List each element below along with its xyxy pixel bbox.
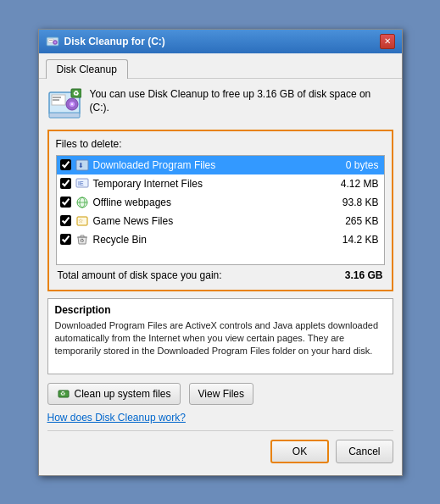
file-name-temp-internet: Temporary Internet Files (93, 178, 337, 190)
header-description: You can use Disk Cleanup to free up 3.16… (90, 87, 393, 116)
total-value: 3.16 GB (345, 269, 383, 281)
svg-rect-8 (53, 99, 59, 101)
close-button[interactable]: ✕ (380, 34, 395, 49)
description-text: Downloaded Program Files are ActiveX con… (55, 319, 386, 358)
svg-text:IE: IE (78, 180, 84, 186)
file-name-game-news: Game News Files (93, 215, 342, 227)
file-checkbox-downloaded[interactable] (60, 159, 71, 170)
svg-text:♻: ♻ (80, 238, 84, 243)
file-item-game-news[interactable]: ☆ Game News Files 265 KB (57, 212, 384, 230)
window-title: Disk Cleanup for (C:) (64, 36, 165, 47)
disk-cleanup-window: Disk Cleanup for (C:) ✕ Disk Cleanup (38, 29, 403, 476)
file-checkbox-temp-internet[interactable] (60, 178, 71, 189)
file-item-downloaded[interactable]: ⬇ Downloaded Program Files 0 bytes (57, 156, 384, 174)
svg-text:♻: ♻ (72, 90, 78, 97)
description-title: Description (55, 304, 386, 316)
file-size-downloaded: 0 bytes (346, 159, 379, 171)
ok-button[interactable]: OK (270, 440, 329, 463)
svg-rect-4 (49, 40, 53, 41)
header-section: ♻ You can use Disk Cleanup to free up 3.… (47, 87, 393, 121)
cancel-button[interactable]: Cancel (336, 440, 393, 463)
description-section: Description Downloaded Program Files are… (47, 298, 393, 374)
disk-cleanup-title-icon (46, 35, 59, 48)
temp-internet-icon: IE (75, 177, 89, 191)
files-list[interactable]: ⬇ Downloaded Program Files 0 bytes IE Te… (56, 155, 385, 265)
disk-cleanup-tab[interactable]: Disk Cleanup (46, 59, 128, 79)
cleanup-icon: ♻ (57, 387, 70, 401)
downloaded-files-icon: ⬇ (75, 158, 89, 172)
title-bar: Disk Cleanup for (C:) ✕ (39, 30, 402, 53)
file-checkbox-game-news[interactable] (60, 215, 71, 226)
file-name-downloaded: Downloaded Program Files (93, 159, 342, 171)
total-row: Total amount of disk space you gain: 3.1… (56, 265, 385, 283)
title-controls: ✕ (380, 34, 395, 49)
main-content: ♻ You can use Disk Cleanup to free up 3.… (39, 79, 402, 475)
view-files-button[interactable]: View Files (189, 383, 253, 405)
offline-pages-icon (75, 196, 89, 209)
file-checkbox-recycle-bin[interactable] (60, 234, 71, 245)
svg-text:⬇: ⬇ (78, 162, 84, 169)
svg-text:☆: ☆ (78, 218, 83, 224)
total-label: Total amount of disk space you gain: (58, 269, 222, 281)
link-section: How does Disk Cleanup work? (47, 412, 393, 424)
bottom-separator (47, 430, 393, 431)
file-size-offline: 93.8 KB (343, 197, 379, 208)
ok-cancel-row: OK Cancel (47, 436, 393, 467)
header-disk-icon: ♻ (47, 87, 81, 121)
game-news-icon: ☆ (75, 214, 89, 228)
file-name-offline: Offline webpages (93, 197, 338, 208)
file-size-game-news: 265 KB (345, 215, 378, 227)
how-disk-cleanup-works-link[interactable]: How does Disk Cleanup work? (47, 412, 186, 424)
file-checkbox-offline[interactable] (60, 197, 71, 208)
svg-point-3 (54, 42, 56, 43)
files-label: Files to delete: (56, 138, 385, 150)
svg-rect-12 (49, 113, 80, 118)
file-item-offline[interactable]: Offline webpages 93.8 KB (57, 193, 384, 212)
file-size-recycle-bin: 14.2 KB (343, 234, 379, 246)
files-section: Files to delete: ⬇ Downloaded Program Fi… (47, 130, 393, 291)
svg-text:♻: ♻ (60, 390, 65, 396)
svg-rect-7 (53, 97, 61, 98)
file-item-temp-internet[interactable]: IE Temporary Internet Files 4.12 MB (57, 174, 384, 193)
file-size-temp-internet: 4.12 MB (341, 178, 379, 190)
title-bar-left: Disk Cleanup for (C:) (46, 35, 165, 48)
file-name-recycle-bin: Recycle Bin (93, 234, 338, 246)
file-item-recycle-bin[interactable]: ♻ Recycle Bin 14.2 KB (57, 230, 384, 249)
tab-bar: Disk Cleanup (39, 53, 402, 79)
cleanup-system-files-button[interactable]: ♻ Clean up system files (47, 383, 181, 405)
svg-point-11 (71, 103, 73, 105)
action-buttons: ♻ Clean up system files View Files (47, 383, 393, 405)
recycle-bin-icon: ♻ (75, 233, 89, 246)
